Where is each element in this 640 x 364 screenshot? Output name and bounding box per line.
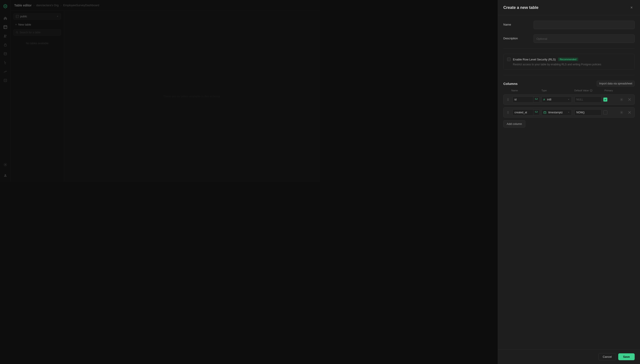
modal-overlay[interactable]: Create a new table × Name Description En… xyxy=(0,0,320,182)
